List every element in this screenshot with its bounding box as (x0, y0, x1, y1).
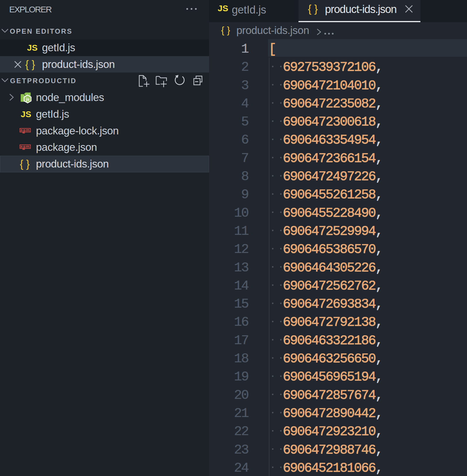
svg-text:js: js (26, 97, 30, 102)
